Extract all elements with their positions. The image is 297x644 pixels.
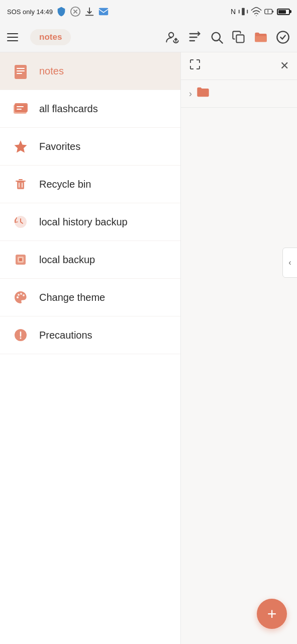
sidebar-item-all-flashcards[interactable]: all flashcards [0,90,180,128]
download-icon [84,6,95,17]
battery-icon [277,9,290,15]
svg-point-41 [23,294,25,296]
svg-rect-29 [17,181,24,189]
sidebar-item-notes-label: notes [39,65,64,77]
svg-point-11 [169,32,173,37]
history-icon [11,212,30,231]
sidebar-item-notes[interactable]: notes [0,52,180,90]
svg-point-44 [20,338,22,339]
sidebar-item-local-backup[interactable]: local backup [0,241,180,279]
palette-icon [11,288,30,307]
close-button[interactable]: ✕ [280,59,289,72]
flashcard-icon [11,99,30,118]
backup-icon [11,250,30,269]
star-icon [11,137,30,156]
sidebar-item-change-theme[interactable]: Change theme [0,279,180,316]
app-bar: notes [0,22,297,52]
wifi-icon [251,6,262,17]
svg-rect-18 [255,36,266,42]
right-panel-header: ✕ [181,52,297,80]
svg-point-39 [18,294,20,296]
status-bar: SOS only 14:49 N [0,0,297,22]
chevron-right-icon[interactable]: › [189,89,192,99]
sync-person-icon[interactable] [165,30,179,44]
trash-icon [11,175,30,194]
folder-row-icon[interactable] [196,85,210,102]
sidebar-item-local-backup-label: local backup [39,254,95,266]
sidebar-item-recycle-bin[interactable]: Recycle bin [0,166,180,203]
sidebar: notes all flashcards Favorites [0,52,181,644]
sidebar-item-change-theme-label: Change theme [39,292,105,303]
check-circle-icon[interactable] [276,30,290,44]
list-sort-icon[interactable] [187,30,202,44]
sidebar-item-favorites-label: Favorites [39,141,80,152]
svg-rect-37 [19,258,22,261]
status-text: SOS only 14:49 [7,8,53,16]
sidebar-item-favorites[interactable]: Favorites [0,128,180,166]
svg-line-16 [219,40,222,43]
svg-rect-3 [99,8,108,16]
app-bar-actions [165,30,290,44]
app-title[interactable]: notes [30,29,71,45]
folder-row: › [181,80,297,108]
svg-rect-4 [242,8,245,16]
battery-alert-icon [264,6,275,17]
vibrate-icon [238,6,249,17]
status-left: SOS only 14:49 [7,6,109,17]
shield-icon [56,6,67,17]
folder-icon[interactable] [254,30,268,44]
add-note-button[interactable]: + [257,599,287,629]
warning-icon [11,326,30,345]
svg-rect-20 [15,65,27,79]
svg-rect-25 [15,103,28,112]
hamburger-button[interactable] [7,28,25,46]
svg-rect-6 [247,10,248,13]
svg-point-38 [17,296,19,298]
main-layout: notes all flashcards Favorites [0,52,297,644]
svg-rect-17 [236,35,244,42]
svg-point-10 [268,13,268,13]
x-circle-icon [70,6,81,17]
nfc-icon: N [231,8,236,16]
sidebar-item-flashcards-label: all flashcards [39,103,98,115]
svg-point-19 [277,31,288,43]
status-right: N [231,6,290,17]
email-icon [98,6,109,17]
svg-marker-28 [15,140,27,153]
sidebar-item-local-history-backup[interactable]: local history backup [0,203,180,241]
expand-icon[interactable] [189,58,201,73]
svg-rect-7 [265,9,272,14]
right-panel: ✕ › ‹ + [181,52,297,644]
sidebar-item-precautions[interactable]: Precautions [0,316,180,354]
svg-rect-5 [239,10,240,13]
collapse-sidebar-button[interactable]: ‹ [282,248,297,278]
sidebar-item-precautions-label: Precautions [39,330,92,341]
sidebar-item-recycle-bin-label: Recycle bin [39,179,91,190]
notes-icon [11,61,30,80]
svg-rect-8 [272,11,274,13]
square-copy-icon[interactable] [232,30,246,44]
sidebar-item-history-backup-label: local history backup [39,216,128,228]
search-icon[interactable] [210,30,224,44]
svg-point-40 [20,293,22,295]
